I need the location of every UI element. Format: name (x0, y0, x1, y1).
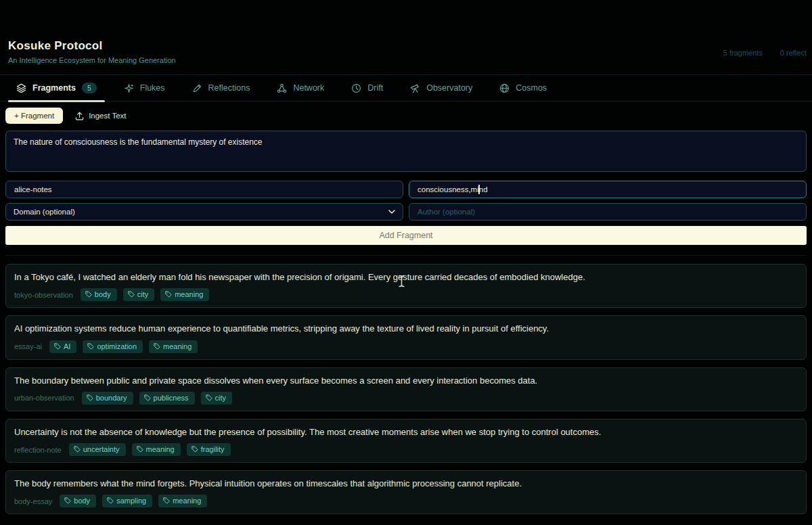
tab-label: Network (293, 83, 324, 93)
fragment-source: body-essay (14, 497, 52, 505)
add-fragment-button[interactable]: Add Fragment (5, 226, 807, 245)
fragment-text: In a Tokyo café, I watched an elderly ma… (14, 272, 798, 283)
fragment-source: urban-observation (14, 394, 74, 402)
globe-icon (499, 83, 510, 93)
fragment-text: Uncertainty is not the absence of knowle… (14, 427, 798, 438)
fragment-tag-label: city (215, 394, 227, 402)
fragment-tag: meaning (149, 340, 198, 353)
tab-fragments[interactable]: Fragments 5 (8, 75, 105, 101)
form-divider (5, 255, 807, 256)
fragment-tag: AI (49, 340, 76, 353)
fragments-badge: 5 (82, 83, 97, 94)
ingest-text-label: Ingest Text (89, 112, 126, 120)
fragment-tag-label: meaning (173, 497, 201, 505)
network-icon (277, 83, 287, 93)
tab-label: Fragments (32, 83, 76, 93)
fragment-tag-label: fragility (201, 445, 225, 453)
tab-observatory[interactable]: Observatory (402, 75, 480, 101)
fragment-tag: uncertainty (69, 443, 126, 456)
tab-label: Reflections (208, 83, 250, 93)
tab-network[interactable]: Network (269, 75, 332, 101)
fragment-tag-label: AI (64, 342, 70, 350)
fragment-source: essay-ai (14, 342, 42, 350)
chevron-down-icon (388, 210, 395, 214)
form-row-source-tags (5, 181, 807, 198)
tab-flukes[interactable]: Flukes (116, 75, 173, 101)
reflections-count: 0 reflect (780, 49, 807, 57)
tag-icon (163, 497, 170, 504)
fragment-tag: boundary (82, 392, 133, 405)
tag-icon (137, 446, 143, 453)
fragment-meta: body-essay bodysamplingmeaning (14, 495, 798, 507)
fragment-tag-label: meaning (175, 290, 203, 298)
tab-cosmos[interactable]: Cosmos (491, 75, 555, 101)
tag-icon (191, 446, 198, 453)
fragment-text: The body remembers what the mind forgets… (14, 478, 798, 489)
tab-drift[interactable]: Drift (343, 75, 391, 101)
tag-icon (87, 343, 94, 350)
fragment-meta: reflection-note uncertaintymeaningfragil… (14, 443, 798, 456)
tag-icon (54, 343, 61, 350)
action-row: + Fragment Ingest Text (5, 108, 807, 124)
fragment-tag-label: meaning (163, 342, 191, 350)
ingest-text-button[interactable]: Ingest Text (75, 112, 126, 120)
fragment-tags: AIoptimizationmeaning (49, 340, 198, 353)
fragment-list: In a Tokyo café, I watched an elderly ma… (5, 264, 807, 514)
fragment-tag: optimization (83, 340, 143, 353)
fragment-text: The boundary between public and private … (14, 375, 798, 386)
tag-icon (144, 394, 151, 401)
tag-icon (107, 497, 114, 504)
new-fragment-button[interactable]: + Fragment (5, 108, 63, 124)
tab-reflections[interactable]: Reflections (184, 75, 258, 101)
tag-icon (206, 394, 212, 401)
tab-label: Observatory (426, 83, 472, 93)
layers-icon (16, 83, 26, 93)
fragment-tag-label: uncertainty (83, 445, 120, 453)
fragment-card: In a Tokyo café, I watched an elderly ma… (5, 264, 807, 308)
fragment-meta: tokyo-observation bodycitymeaning (14, 288, 798, 301)
fragment-tags: bodysamplingmeaning (60, 495, 207, 507)
tag-icon (154, 343, 160, 350)
app-root: Kosuke Protocol An Intelligence Ecosyste… (0, 0, 812, 525)
domain-select-value: Domain (optional) (14, 208, 75, 216)
fragment-meta: essay-ai AIoptimizationmeaning (14, 340, 798, 353)
fragment-tag: fragility (187, 443, 231, 456)
tag-icon (128, 291, 135, 298)
header-stats: 5 fragments 0 reflect (723, 49, 807, 57)
source-input[interactable] (5, 181, 403, 198)
form-row-domain-author: Domain (optional) (5, 203, 807, 221)
fragment-tag-label: publicness (154, 394, 189, 402)
fragment-meta: urban-observation boundarypublicnesscity (14, 392, 798, 405)
tags-input-wrap (409, 181, 807, 198)
fragment-tag: meaning (132, 443, 181, 456)
upload-icon (75, 112, 84, 120)
tab-bar: Fragments 5 Flukes Reflections Network D… (0, 74, 812, 101)
fragment-source: reflection-note (14, 446, 62, 454)
fragment-tag-label: sampling (116, 497, 146, 505)
tab-label: Flukes (140, 83, 165, 93)
fragment-tags: uncertaintymeaningfragility (69, 443, 231, 456)
fragment-tag-label: body (95, 290, 111, 298)
sparkles-icon (124, 83, 134, 93)
fragments-count: 5 fragments (723, 49, 763, 57)
fragment-tag: meaning (158, 495, 207, 507)
tags-input[interactable] (409, 181, 807, 198)
fragment-source: tokyo-observation (14, 291, 73, 299)
fragment-tags: bodycitymeaning (81, 288, 210, 301)
tag-icon (74, 446, 81, 453)
author-input[interactable] (409, 203, 807, 221)
fragment-tag: city (123, 288, 155, 301)
fragment-tags: boundarypublicnesscity (82, 392, 232, 405)
fragment-card: Uncertainty is not the absence of knowle… (5, 419, 807, 463)
fragment-text: AI optimization systems reduce human exp… (14, 323, 798, 334)
fragment-tag: publicness (139, 392, 195, 405)
fragment-tag: meaning (160, 288, 209, 301)
fragment-tag: body (60, 495, 96, 507)
fragment-tag-label: city (137, 290, 149, 298)
fragment-form: The nature of consciousness is the funda… (5, 131, 807, 256)
tag-icon (64, 497, 71, 504)
tab-label: Drift (367, 83, 383, 93)
fragment-content-input[interactable]: The nature of consciousness is the funda… (5, 131, 807, 172)
fragment-tag-label: optimization (97, 342, 137, 350)
domain-select[interactable]: Domain (optional) (5, 203, 403, 221)
